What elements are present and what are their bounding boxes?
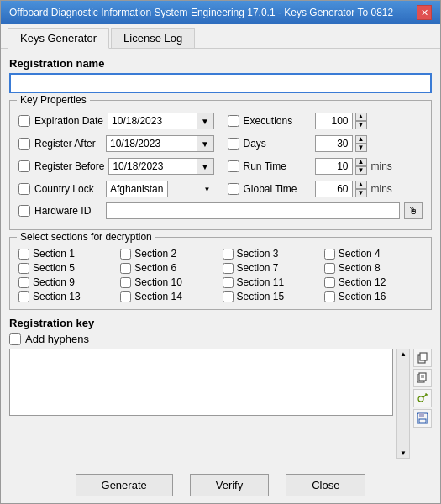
registration-name-section: Registration name	[9, 57, 432, 93]
executions-input[interactable]: 100	[315, 113, 353, 129]
section-checkbox-s16[interactable]	[324, 291, 335, 302]
section-label-s8: Section 8	[339, 262, 381, 274]
country-lock-select[interactable]: Afghanistan	[106, 181, 168, 197]
section-checkbox-s5[interactable]	[18, 263, 29, 274]
executions-checkbox[interactable]	[228, 115, 239, 127]
expiration-date-calendar-button[interactable]: ▼	[197, 113, 213, 129]
section-label-s4: Section 4	[339, 248, 381, 260]
section-label-s11: Section 11	[237, 276, 285, 288]
register-after-calendar-button[interactable]: ▼	[197, 136, 213, 151]
days-input[interactable]: 30	[315, 135, 353, 152]
section-item-s15: Section 15	[223, 291, 321, 302]
days-checkbox[interactable]	[228, 138, 239, 150]
executions-row: Executions 100 ▲ ▼	[228, 111, 423, 131]
global-time-input[interactable]: 60	[315, 181, 353, 197]
close-window-button[interactable]: ✕	[417, 5, 432, 20]
section-item-s5: Section 5	[18, 262, 117, 274]
add-hyphens-checkbox[interactable]	[9, 333, 21, 345]
expiration-date-value: 10/18/2023	[108, 113, 196, 129]
global-time-checkbox[interactable]	[228, 183, 239, 195]
executions-spin-up[interactable]: ▲	[355, 113, 367, 121]
hardware-id-input[interactable]	[106, 202, 400, 219]
section-item-s9: Section 9	[18, 276, 117, 288]
main-content: Registration name Key Properties Expirat…	[1, 49, 440, 467]
section-checkbox-s7[interactable]	[223, 263, 234, 274]
section-item-s6: Section 6	[120, 262, 218, 274]
executions-spinbox: 100 ▲ ▼	[315, 113, 367, 129]
run-time-label: Run Time	[244, 160, 311, 172]
section-label-s16: Section 16	[339, 291, 386, 302]
registration-key-textarea[interactable]	[9, 349, 393, 416]
expiration-date-checkbox[interactable]	[18, 115, 30, 127]
section-checkbox-s3[interactable]	[223, 249, 234, 260]
registration-key-label: Registration key	[9, 317, 432, 329]
register-before-field: 10/18/2023 ▼	[108, 158, 213, 175]
register-before-calendar-button[interactable]: ▼	[197, 159, 213, 174]
days-label: Days	[244, 138, 311, 150]
main-window: Offboard Diagnostic Information System E…	[0, 0, 441, 504]
section-checkbox-s6[interactable]	[120, 263, 131, 274]
svg-rect-11	[419, 413, 424, 417]
run-time-spinbox: 10 ▲ ▼	[315, 158, 367, 175]
register-after-checkbox[interactable]	[18, 138, 30, 150]
sections-title: Select sections for decryption	[17, 231, 155, 243]
section-item-s12: Section 12	[324, 276, 423, 288]
section-item-s1: Section 1	[18, 248, 117, 260]
register-before-checkbox[interactable]	[18, 160, 30, 172]
section-checkbox-s12[interactable]	[324, 277, 335, 288]
hardware-id-browse-button[interactable]: 🖱	[404, 202, 423, 219]
window-title: Offboard Diagnostic Information System E…	[9, 7, 393, 18]
section-checkbox-s8[interactable]	[324, 263, 335, 274]
executions-label: Executions	[244, 115, 311, 127]
global-time-spinbox: 60 ▲ ▼	[315, 181, 367, 197]
executions-spin-buttons: ▲ ▼	[355, 113, 367, 129]
add-hyphens-label: Add hyphens	[25, 333, 89, 345]
run-time-checkbox[interactable]	[228, 160, 239, 172]
global-time-spin-up[interactable]: ▲	[355, 181, 367, 189]
section-checkbox-s14[interactable]	[120, 291, 131, 302]
section-checkbox-s4[interactable]	[324, 249, 335, 260]
section-checkbox-s10[interactable]	[120, 277, 131, 288]
run-time-spin-up[interactable]: ▲	[355, 158, 367, 166]
section-label-s10: Section 10	[134, 276, 182, 288]
section-item-s16: Section 16	[324, 291, 423, 302]
copy-icon-button-1[interactable]	[413, 349, 432, 367]
run-time-input[interactable]: 10	[315, 158, 353, 175]
section-checkbox-s13[interactable]	[18, 291, 29, 302]
reg-key-area-wrapper: ▲ ▼	[9, 349, 432, 459]
verify-button[interactable]: Verify	[190, 474, 270, 496]
hardware-id-checkbox[interactable]	[18, 205, 30, 217]
days-spin-down[interactable]: ▼	[355, 144, 367, 152]
executions-spin-down[interactable]: ▼	[355, 121, 367, 129]
textarea-scroll-down[interactable]: ▼	[397, 449, 409, 458]
copy-icon-button-2[interactable]	[413, 369, 432, 387]
sections-grid: Section 1 Section 2 Section 3 Section 4 …	[18, 248, 423, 302]
section-checkbox-s9[interactable]	[18, 277, 29, 288]
section-label-s1: Section 1	[33, 248, 75, 260]
section-item-s3: Section 3	[223, 248, 321, 260]
section-checkbox-s15[interactable]	[223, 291, 234, 302]
register-before-value: 10/18/2023	[109, 159, 196, 174]
generate-button[interactable]: Generate	[76, 474, 173, 496]
registration-key-section: Registration key Add hyphens ▲ ▼	[9, 317, 432, 459]
registration-name-input[interactable]	[9, 73, 432, 93]
section-checkbox-s11[interactable]	[223, 277, 234, 288]
close-button[interactable]: Close	[286, 474, 365, 496]
reg-name-label: Registration name	[9, 57, 432, 70]
country-lock-checkbox[interactable]	[18, 183, 30, 195]
section-checkbox-s2[interactable]	[120, 249, 131, 260]
run-time-spin-down[interactable]: ▼	[355, 166, 367, 175]
run-time-units: mins	[371, 160, 392, 172]
save-icon-button[interactable]	[413, 409, 432, 428]
tab-keys-generator[interactable]: Keys Generator	[8, 28, 109, 49]
tab-license-log[interactable]: License Log	[111, 28, 195, 48]
global-time-spin-down[interactable]: ▼	[355, 189, 367, 197]
key-properties-title: Key Properties	[17, 94, 90, 106]
section-item-s11: Section 11	[223, 276, 321, 288]
days-spin-up[interactable]: ▲	[355, 135, 367, 144]
add-key-icon-button[interactable]	[413, 389, 432, 407]
section-label-s15: Section 15	[237, 291, 285, 302]
section-item-s4: Section 4	[324, 248, 423, 260]
textarea-scroll-up[interactable]: ▲	[397, 349, 409, 359]
section-checkbox-s1[interactable]	[18, 249, 29, 260]
